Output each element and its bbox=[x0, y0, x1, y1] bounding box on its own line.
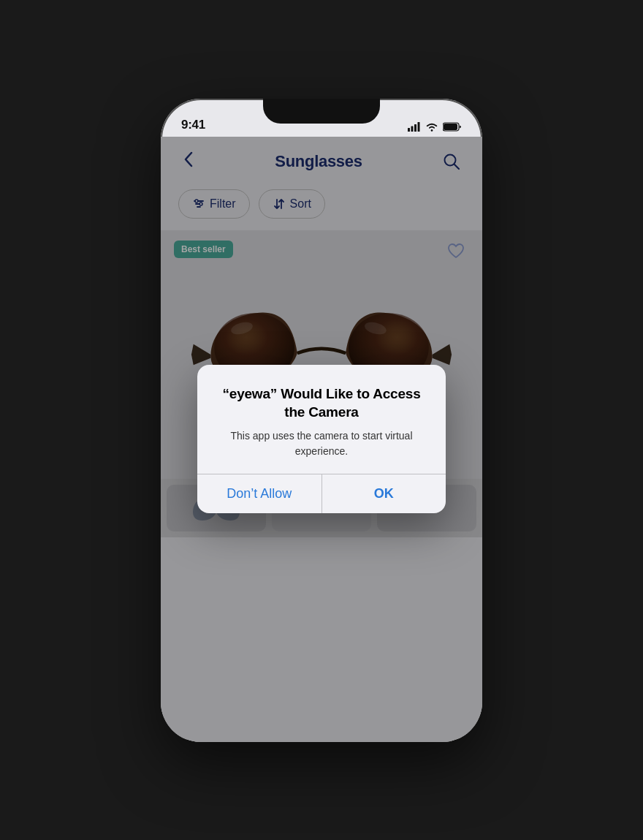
alert-buttons: Don’t Allow OK bbox=[197, 474, 446, 513]
dont-allow-button[interactable]: Don’t Allow bbox=[197, 474, 322, 513]
wifi-icon bbox=[425, 122, 438, 132]
alert-message: This app uses the camera to start virtua… bbox=[215, 428, 428, 459]
status-time: 9:41 bbox=[181, 118, 205, 132]
svg-rect-1 bbox=[411, 126, 414, 132]
svg-rect-2 bbox=[414, 124, 416, 132]
phone-frame: 9:41 bbox=[161, 99, 482, 742]
battery-icon bbox=[443, 122, 462, 132]
svg-rect-0 bbox=[408, 128, 410, 132]
alert-overlay: “eyewa” Would Like to Access the Camera … bbox=[161, 137, 482, 742]
app-content: Sunglasses Filter bbox=[161, 137, 482, 742]
status-icons bbox=[408, 122, 462, 132]
svg-point-4 bbox=[431, 129, 433, 132]
svg-rect-6 bbox=[444, 124, 457, 130]
alert-dialog: “eyewa” Would Like to Access the Camera … bbox=[197, 365, 446, 513]
notch bbox=[263, 99, 380, 124]
svg-rect-3 bbox=[418, 122, 420, 132]
alert-title: “eyewa” Would Like to Access the Camera bbox=[215, 385, 428, 421]
ok-button[interactable]: OK bbox=[322, 474, 446, 513]
alert-content: “eyewa” Would Like to Access the Camera … bbox=[197, 365, 446, 474]
signal-icon bbox=[408, 122, 421, 132]
